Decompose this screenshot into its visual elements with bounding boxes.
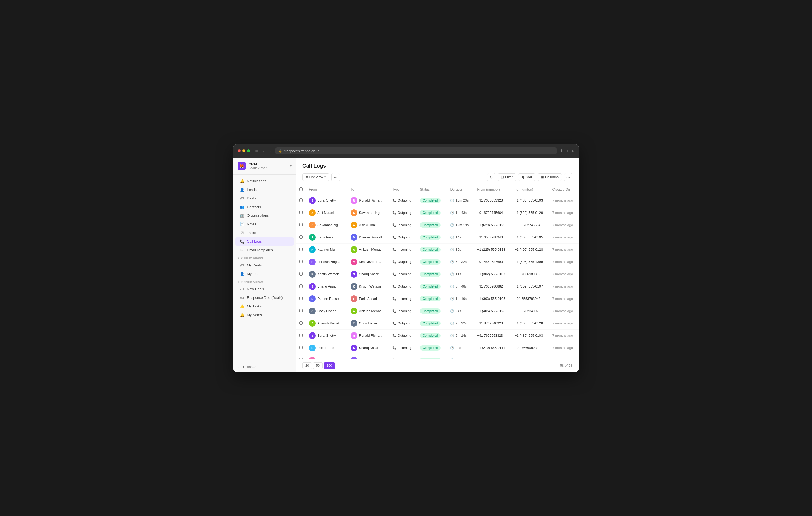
from-avatar: C — [309, 308, 316, 314]
sidebar-item-call-logs[interactable]: 📞 Call Logs — [235, 237, 294, 246]
sidebar-item-tasks[interactable]: ☑ Tasks — [235, 229, 294, 237]
deals-icon: 🏷 — [240, 196, 244, 201]
collapse-button[interactable]: ← Collapse — [233, 362, 296, 372]
page-size-50[interactable]: 50 — [313, 362, 322, 369]
row-checkbox[interactable] — [299, 199, 303, 202]
public-views-section[interactable]: ▾ PUBLIC VIEWS — [233, 254, 296, 261]
from-avatar: K — [309, 246, 316, 253]
table-row[interactable]: D Dianne Russell F Faris Ansari 📞 Incomi… — [296, 293, 579, 305]
page-size-100[interactable]: 100 — [324, 362, 335, 369]
to-cell: F Faris Ansari — [347, 293, 389, 305]
columns-button[interactable]: ⊞ Columns — [538, 173, 562, 181]
created-on-cell: 7 months ago — [549, 231, 579, 243]
sidebar-item-my-notes[interactable]: 🔔 My Notes — [235, 311, 294, 319]
pinned-views-section[interactable]: ▾ PINNED VIEWS — [233, 278, 296, 285]
row-checkbox[interactable] — [299, 223, 303, 226]
table-row[interactable]: C Cody Fisher A Ankush Menat 📞 Incoming … — [296, 305, 579, 317]
status-cell: Completed — [417, 329, 447, 342]
address-bar[interactable]: 🔒 frappecrm.frappe.cloud — [276, 147, 557, 154]
toolbar-right: ↻ ⊟ Filter ⇅ Sort ⊞ Columns — [487, 173, 572, 181]
duration-cell: 🕐 10m 23s — [447, 194, 474, 207]
call-type-icon: 📞 — [393, 285, 396, 288]
sort-button[interactable]: ⇅ Sort — [518, 173, 535, 181]
sidebar-item-response-due[interactable]: 🏷 Response Due (Deals) — [235, 294, 294, 302]
share-icon[interactable]: ⬆ — [560, 149, 563, 153]
email-templates-icon: ✉ — [240, 248, 244, 252]
crm-logo: 🦊 — [237, 162, 246, 170]
sidebar-item-leads[interactable]: 👤 Leads — [235, 186, 294, 194]
duration-cell: 🕐 28s — [447, 342, 474, 354]
duration-cell: 🕐 2m 22s — [447, 317, 474, 329]
page-size-20[interactable]: 20 — [302, 362, 312, 369]
table-row[interactable]: H Hussain Nag... M Mrs Devon L... 📞 Outg… — [296, 256, 579, 268]
duration-cell: 🕐 24s — [447, 305, 474, 317]
duration-cell: 🕐 1m 43s — [447, 207, 474, 219]
contacts-icon: 👥 — [240, 205, 244, 209]
table-row[interactable]: R Robert Fox S Shariq Ansari 📞 Incoming … — [296, 342, 579, 354]
sidebar-item-notes[interactable]: 📄 Notes — [235, 220, 294, 229]
maximize-button[interactable] — [247, 149, 250, 152]
sidebar-toggle-chevron[interactable]: ▾ — [290, 164, 292, 168]
table-row[interactable]: S Shariq Ansari K Kristin Watson 📞 Outgo… — [296, 280, 579, 293]
sidebar-item-my-tasks[interactable]: 🔔 My Tasks — [235, 302, 294, 310]
table-row[interactable]: S Suraj Shetty R Ronald Richa... 📞 Outgo… — [296, 194, 579, 207]
back-button[interactable]: ‹ — [262, 148, 266, 154]
row-checkbox[interactable] — [299, 211, 303, 214]
sidebar-item-organizations[interactable]: 🏢 Organizations — [235, 211, 294, 220]
sidebar-item-new-deals[interactable]: 🏷 New Deals — [235, 285, 294, 293]
from-name: Cody Fisher — [317, 309, 336, 313]
tab-overview-icon[interactable]: ⧉ — [572, 149, 575, 153]
table-row[interactable]: F Faris Ansari D Dianne Russell 📞 Outgoi… — [296, 231, 579, 243]
table-row[interactable]: K Kathryn Mur... A Ankush Menat 📞 Incomi… — [296, 243, 579, 256]
toolbar-more-button[interactable]: ••• — [564, 173, 572, 181]
list-view-button[interactable]: ≡ List View ▾ — [302, 173, 329, 181]
call-type-label: Incoming — [398, 297, 411, 301]
table-row[interactable]: S Suraj Shetty R Ronald Richa... 📞 Outgo… — [296, 329, 579, 342]
sidebar-item-contacts[interactable]: 👥 Contacts — [235, 203, 294, 211]
sidebar-item-my-leads[interactable]: 👤 My Leads — [235, 270, 294, 278]
sidebar-item-deals[interactable]: 🏷 Deals — [235, 194, 294, 203]
to-name: Ankush Menat — [359, 309, 381, 313]
table-row[interactable]: K Kristin Watson S Shariq Ansari 📞 Incom… — [296, 268, 579, 280]
table-row[interactable]: S Selena Delga... H Hussain Nag... 📞 Inc… — [296, 354, 579, 359]
sidebar-item-label: Notes — [247, 222, 256, 226]
forward-button[interactable]: › — [268, 148, 272, 154]
table-row[interactable]: S Savannah Ng... A Asif Mulani 📞 Incomin… — [296, 219, 579, 231]
to-number-cell: +91 6553788943 — [512, 293, 549, 305]
from-cell: C Cody Fisher — [306, 305, 347, 317]
new-tab-icon[interactable]: ＋ — [566, 149, 569, 153]
pinned-views-chevron: ▾ — [237, 280, 239, 283]
row-checkbox[interactable] — [299, 284, 303, 288]
select-all-checkbox[interactable] — [299, 187, 303, 191]
sidebar-item-email-templates[interactable]: ✉ Email Templates — [235, 246, 294, 254]
close-button[interactable] — [237, 149, 241, 152]
refresh-button[interactable]: ↻ — [487, 173, 495, 181]
row-checkbox[interactable] — [299, 321, 303, 325]
row-checkbox[interactable] — [299, 346, 303, 349]
row-checkbox[interactable] — [299, 260, 303, 263]
status-cell: Completed — [417, 194, 447, 207]
to-avatar: K — [351, 283, 357, 290]
row-checkbox[interactable] — [299, 297, 303, 300]
tasks-icon: ☑ — [240, 231, 244, 235]
duration-icon: 🕐 — [450, 285, 454, 288]
col-type: Type — [389, 185, 417, 194]
row-checkbox[interactable] — [299, 334, 303, 337]
filter-button[interactable]: ⊟ Filter — [498, 173, 516, 181]
sidebar-item-label: Organizations — [247, 214, 269, 217]
sidebar-toggle-icon[interactable]: ⊞ — [253, 148, 260, 154]
sidebar-item-my-deals[interactable]: 🏷 My Deals — [235, 261, 294, 270]
sidebar-item-label: My Deals — [247, 263, 262, 267]
table-row[interactable]: A Ankush Menat C Cody Fisher 📞 Outgoing … — [296, 317, 579, 329]
app-body: 🦊 CRM Shariq Ansari ▾ 🔔 Notifications 👤 … — [233, 158, 579, 372]
my-deals-icon: 🏷 — [240, 263, 244, 267]
duration-cell: 🕐 4m 14s — [447, 354, 474, 359]
row-checkbox[interactable] — [299, 272, 303, 275]
table-row[interactable]: A Asif Mulani S Savannah Ng... 📞 Outgoin… — [296, 207, 579, 219]
sidebar-item-notifications[interactable]: 🔔 Notifications — [235, 177, 294, 185]
row-checkbox[interactable] — [299, 235, 303, 239]
row-checkbox[interactable] — [299, 309, 303, 312]
more-options-button[interactable]: ••• — [331, 173, 340, 181]
minimize-button[interactable] — [242, 149, 245, 152]
row-checkbox[interactable] — [299, 247, 303, 251]
